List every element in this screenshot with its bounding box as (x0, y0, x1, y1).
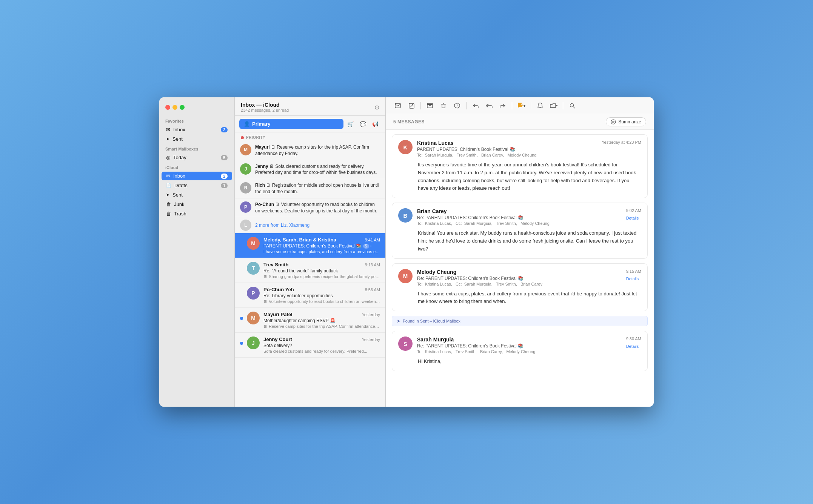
sidebar-item-today[interactable]: ◎ Today 5 (162, 153, 232, 162)
kristina-to: To: Sarah Murguia, Trev Smith, Brian Car… (417, 153, 597, 157)
priority-item-jenny[interactable]: J Jenny 🗓 Sofa cleared customs and ready… (235, 160, 385, 180)
junk-button[interactable] (451, 100, 463, 111)
promo-tab-icon[interactable]: 📢 (370, 120, 381, 129)
flag-button[interactable]: ▾ (515, 100, 528, 111)
sidebar-item-sent[interactable]: ➤ Sent (162, 191, 232, 199)
mayuri-priority-text: Mayuri 🗓 Reserve camp sites for the trip… (255, 144, 380, 157)
minimize-button[interactable] (172, 105, 177, 110)
jenny-priority-avatar: J (240, 163, 251, 175)
sidebar-item-junk[interactable]: 🗑 Junk (162, 200, 232, 209)
thread-message-sarah: S Sarah Murguia Re: PARENT UPDATES: Chil… (392, 331, 648, 371)
middle-panel: Inbox — iCloud 2342 messages, 2 unread ⊙… (235, 97, 386, 407)
primary-tab[interactable]: 👤 Primary (239, 119, 343, 129)
summarize-btn-label: Summarize (618, 119, 641, 124)
shopping-tab-icon[interactable]: 🛒 (345, 120, 356, 129)
email-item-mayuri[interactable]: M Mayuri Patel Yesterday Mother/daughter… (235, 308, 385, 333)
right-panel: ▾ ▾ 5 MESSAGES Summarize (386, 97, 654, 407)
priority-more[interactable]: L 2 more from Liz, Xiaomeng (235, 217, 385, 233)
filter-tabs: 👤 Primary 🛒 💬 📢 (235, 116, 385, 132)
reply-all-button[interactable] (483, 100, 495, 111)
inbox-icloud-icon: ✉ (166, 173, 170, 179)
mayuri-priority-avatar: M (240, 144, 251, 155)
melody-sender: Melody, Sarah, Brian & Kristina (263, 237, 336, 243)
close-button[interactable] (165, 105, 170, 110)
right-toolbar: ▾ ▾ (386, 97, 654, 114)
sent-label: Sent (172, 192, 228, 198)
sidebar-item-drafts[interactable]: 📄 Drafts 1 (162, 181, 232, 190)
notify-button[interactable] (534, 100, 546, 111)
mail-button[interactable] (392, 100, 404, 111)
sent-fav-icon: ➤ (166, 137, 169, 141)
drafts-label: Drafts (174, 183, 218, 188)
pochun-priority-text: Po-Chun 🗓 Volunteer opportunity to read … (255, 201, 380, 214)
pochun-time: 8:56 AM (365, 287, 380, 292)
sidebar-item-inbox-icloud[interactable]: ✉ Inbox 2 (162, 172, 232, 180)
chat-tab-icon[interactable]: 💬 (357, 120, 368, 129)
rich-priority-avatar: R (240, 182, 251, 194)
mayuri-email-content: Mayuri Patel Yesterday Mother/daughter c… (263, 312, 380, 329)
archive-button[interactable] (424, 100, 436, 111)
email-item-trev[interactable]: T Trev Smith 9:13 AM Re: "Around the wor… (235, 258, 385, 283)
maximize-button[interactable] (180, 105, 185, 110)
drafts-icon: 📄 (166, 183, 171, 188)
summarize-button[interactable]: Summarize (606, 117, 646, 126)
email-item-pochun-yeh[interactable]: P Po-Chun Yeh 8:56 AM Re: Library volunt… (235, 283, 385, 308)
melody-thread-time: 9:15 AM (626, 269, 641, 274)
sent-fav-label: Sent (172, 136, 228, 142)
delete-button[interactable] (437, 100, 450, 111)
priority-more-text: 2 more from Liz, Xiaomeng (255, 223, 309, 228)
mayuri-unread-dot (240, 317, 243, 320)
pochun-subject: Re: Library volunteer opportunities (263, 293, 380, 298)
priority-item-pochun[interactable]: P Po-Chun 🗓 Volunteer opportunity to rea… (235, 198, 385, 218)
inbox-subtitle: 2342 messages, 2 unread (241, 108, 289, 112)
today-badge: 5 (221, 155, 228, 160)
trev-email-content: Trev Smith 9:13 AM Re: "Around the world… (263, 262, 380, 279)
sarah-msg-header: S Sarah Murguia Re: PARENT UPDATES: Chil… (392, 331, 647, 358)
email-item-melody[interactable]: M Melody, Sarah, Brian & Kristina 9:41 A… (235, 233, 385, 258)
thread-message-kristina: K Kristina Lucas PARENT UPDATES: Childre… (392, 134, 648, 198)
reply-button[interactable] (470, 100, 482, 111)
found-in-sent-banner: ➤ Found in Sent – iCloud Mailbox (392, 316, 648, 326)
svg-rect-5 (427, 104, 433, 108)
search-button[interactable] (566, 100, 578, 111)
trev-time: 9:13 AM (365, 263, 380, 267)
melody-avatar: M (247, 237, 260, 250)
pochun-sender: Po-Chun Yeh (263, 287, 294, 292)
toolbar-sep-5 (563, 102, 563, 109)
mayuri-subject: Mother/daughter camping RSVP 🚨 (263, 318, 380, 323)
messages-bar: 5 MESSAGES Summarize (386, 114, 654, 130)
email-item-jenny[interactable]: J Jenny Court Yesterday Sofa delivery? S… (235, 333, 385, 358)
sarah-details-link[interactable]: Details (626, 344, 639, 349)
favorites-label: Favorites (159, 116, 234, 125)
pochun-email-top: Po-Chun Yeh 8:56 AM (263, 287, 380, 292)
kristina-subject: PARENT UPDATES: Children's Book Festival… (417, 147, 597, 152)
priority-item-rich[interactable]: R Rich 🗓 Registration for middle school … (235, 179, 385, 198)
melody-preview: I have some extra cups, plates, and cutl… (263, 249, 380, 254)
trash-label: Trash (174, 211, 228, 217)
mayuri-preview: 🗓 Reserve camp sites for the trip ASAP. … (263, 324, 380, 329)
thread-message-melody: M Melody Cheung Re: PARENT UPDATES: Chil… (392, 263, 648, 312)
sidebar-item-trash[interactable]: 🗑 Trash (162, 209, 232, 218)
melody-details-link[interactable]: Details (626, 277, 639, 281)
email-list: PRIORITY M Mayuri 🗓 Reserve camp sites f… (235, 132, 385, 407)
trev-preview: 🗓 Sharing grandpa's pelmenis recipe for … (263, 274, 380, 279)
brian-meta: Brian Carey Re: PARENT UPDATES: Children… (417, 208, 622, 226)
svg-point-15 (570, 103, 573, 107)
kristina-body: It's everyone's favorite time of the yea… (392, 161, 647, 198)
forward-button[interactable] (497, 100, 509, 111)
sarah-meta: Sarah Murguia Re: PARENT UPDATES: Childr… (417, 337, 622, 354)
folder-button[interactable]: ▾ (548, 100, 560, 111)
compose-button[interactable] (405, 100, 417, 111)
sidebar-item-sent-fav[interactable]: ➤ Sent (162, 135, 232, 143)
pochun-avatar: P (247, 287, 260, 300)
brian-details-link[interactable]: Details (626, 216, 639, 220)
mayuri-sender: Mayuri Patel (263, 312, 293, 317)
jenny-sender: Jenny Court (263, 337, 292, 342)
trev-avatar: T (247, 262, 260, 275)
trev-email-top: Trev Smith 9:13 AM (263, 262, 380, 267)
melody-from: Melody Cheung (417, 269, 622, 275)
priority-item-mayuri[interactable]: M Mayuri 🗓 Reserve camp sites for the tr… (235, 141, 385, 160)
inbox-fav-icon: ✉ (166, 127, 170, 132)
filter-icon[interactable]: ⊙ (374, 104, 379, 111)
sidebar-item-inbox-fav[interactable]: ✉ Inbox 2 (162, 125, 232, 134)
